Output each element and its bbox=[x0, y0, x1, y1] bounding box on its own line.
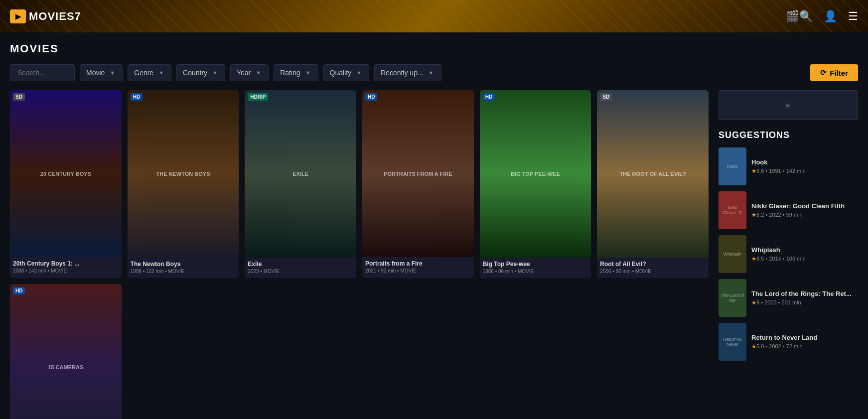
header: ▶ MOVIES7 🎬🔍 👤 ☰ bbox=[0, 0, 868, 32]
page-title: MOVIES bbox=[10, 42, 858, 55]
rating-filter-arrow: ▼ bbox=[305, 70, 311, 76]
movie-card[interactable]: BIG TOP PEE-WEEHDBig Top Pee-wee1988 • 8… bbox=[480, 90, 591, 278]
year-filter-arrow: ▼ bbox=[256, 70, 261, 76]
suggestion-thumb: Nikki Glaser: G bbox=[719, 191, 746, 229]
suggestion-info: Whiplash★8.5 • 2014 • 106 min bbox=[751, 246, 858, 263]
genre-filter[interactable]: Genre ▼ bbox=[128, 64, 171, 81]
quality-filter-arrow: ▼ bbox=[356, 70, 362, 76]
movie-title: Root of All Evil? bbox=[600, 261, 706, 268]
recently-filter-arrow: ▼ bbox=[429, 70, 434, 76]
movie-poster: PORTRAITS FROM A FIREHD bbox=[362, 90, 474, 257]
country-filter[interactable]: Country ▼ bbox=[176, 64, 225, 81]
logo-text: MOVIES7 bbox=[29, 10, 81, 23]
suggestion-rating: ★9 • 2003 • 201 min bbox=[751, 299, 858, 306]
quality-badge: HD bbox=[131, 93, 143, 101]
movie-card[interactable]: THE NEWTON BOYSHDThe Newton Boys1998 • 1… bbox=[128, 90, 239, 278]
movie-info: 20th Century Boys 1: ...2008 • 142 min •… bbox=[10, 257, 122, 278]
movie-poster: THE NEWTON BOYSHD bbox=[128, 90, 239, 258]
suggestion-item[interactable]: Nikki Glaser: GNikki Glaser: Good Clean … bbox=[719, 191, 858, 229]
movie-filter[interactable]: Movie ▼ bbox=[80, 64, 123, 81]
movie-info: The Newton Boys1998 • 122 min • MOVIE bbox=[128, 258, 239, 278]
movie-info: Big Top Pee-wee1988 • 86 min • MOVIE bbox=[480, 258, 591, 278]
movie-grid-row1: 20 CENTURY BOYSSD20th Century Boys 1: ..… bbox=[10, 90, 709, 419]
movie-poster: 20 CENTURY BOYSSD bbox=[10, 90, 122, 257]
movie-title: Exile bbox=[248, 261, 353, 268]
suggestion-name: Nikki Glaser: Good Clean Filth bbox=[751, 202, 858, 211]
suggestion-info: Nikki Glaser: Good Clean Filth★6.2 • 202… bbox=[751, 202, 858, 219]
suggestion-item[interactable]: The Lord of theThe Lord of the Rings: Th… bbox=[719, 279, 858, 317]
suggestion-rating: ★5.8 • 2002 • 72 min bbox=[751, 343, 858, 350]
filter-button[interactable]: ⟳ Filter bbox=[810, 64, 858, 81]
suggestion-name: Return to Never Land bbox=[751, 334, 858, 342]
filter-icon: ⟳ bbox=[820, 68, 827, 77]
suggestions-list: HookHook★6.8 • 1991 • 142 minNikki Glase… bbox=[719, 147, 858, 361]
quality-badge: SD bbox=[13, 93, 25, 101]
user-icon[interactable]: 👤 bbox=[824, 10, 837, 23]
suggestion-thumb: Hook bbox=[719, 147, 746, 185]
quality-filter[interactable]: Quality ▼ bbox=[323, 64, 369, 81]
suggestion-thumb: The Lord of the bbox=[719, 279, 746, 317]
suggestion-thumb: Return to Never bbox=[719, 323, 746, 361]
sidebar: ▶ SUGGESTIONS HookHook★6.8 • 1991 • 142 … bbox=[719, 90, 858, 419]
suggestion-name: Whiplash bbox=[751, 246, 858, 255]
logo-icon: ▶ bbox=[10, 9, 26, 23]
movie-card[interactable]: 20 CENTURY BOYSSD20th Century Boys 1: ..… bbox=[10, 90, 122, 278]
suggestion-rating: ★6.8 • 1991 • 142 min bbox=[751, 168, 858, 174]
main-content: MOVIES Movie ▼ Genre ▼ Country ▼ Year ▼ … bbox=[0, 32, 868, 419]
logo[interactable]: ▶ MOVIES7 bbox=[10, 9, 81, 23]
movie-meta: 2021 • 92 min • MOVIE bbox=[365, 268, 471, 274]
movie-meta: 2008 • 142 min • MOVIE bbox=[13, 268, 119, 274]
rating-filter[interactable]: Rating ▼ bbox=[274, 64, 318, 81]
movie-info: Portraits from a Fire2021 • 92 min • MOV… bbox=[362, 257, 474, 278]
suggestion-item[interactable]: Return to NeverReturn to Never Land★5.8 … bbox=[719, 323, 858, 361]
movie-poster: EXILEHDRIP bbox=[245, 90, 356, 258]
movie-title: 20th Century Boys 1: ... bbox=[13, 260, 119, 267]
movie-poster: 15 CAMERASHD bbox=[10, 284, 122, 419]
quality-badge: HD bbox=[483, 93, 495, 101]
suggestion-item[interactable]: WhiplashWhiplash★8.5 • 2014 • 106 min bbox=[719, 235, 858, 273]
movie-meta: 2006 • 90 min • MOVIE bbox=[600, 269, 706, 274]
quality-badge: HD bbox=[365, 93, 377, 101]
movies-area: 20 CENTURY BOYSSD20th Century Boys 1: ..… bbox=[10, 90, 709, 419]
quality-badge: HDRIP bbox=[248, 93, 268, 101]
suggestion-name: The Lord of the Rings: The Ret... bbox=[751, 290, 858, 298]
movie-card[interactable]: 15 CAMERASHD15 Cameras2023 • 89 min • MO… bbox=[10, 284, 122, 419]
year-filter[interactable]: Year ▼ bbox=[230, 64, 269, 81]
movie-meta: 2023 • MOVIE bbox=[248, 269, 353, 274]
movie-title: The Newton Boys bbox=[131, 261, 236, 268]
genre-filter-arrow: ▼ bbox=[158, 70, 164, 76]
movie-info: Root of All Evil?2006 • 90 min • MOVIE bbox=[597, 258, 709, 278]
quality-badge: HD bbox=[13, 287, 25, 294]
movie-meta: 1998 • 122 min • MOVIE bbox=[131, 269, 236, 274]
movie-poster: THE ROOT OF ALL EVIL?SD bbox=[597, 90, 709, 258]
movie-meta: 1988 • 86 min • MOVIE bbox=[483, 269, 588, 274]
movie-card[interactable]: PORTRAITS FROM A FIREHDPortraits from a … bbox=[362, 90, 474, 278]
search-movie-icon[interactable]: 🎬🔍 bbox=[786, 10, 813, 23]
movie-filter-arrow: ▼ bbox=[110, 70, 115, 76]
country-filter-arrow: ▼ bbox=[212, 70, 218, 76]
suggestion-item[interactable]: HookHook★6.8 • 1991 • 142 min bbox=[719, 147, 858, 185]
header-right: 🎬🔍 👤 ☰ bbox=[786, 10, 858, 23]
suggestion-info: The Lord of the Rings: The Ret...★9 • 20… bbox=[751, 290, 858, 306]
movie-poster: BIG TOP PEE-WEEHD bbox=[480, 90, 591, 258]
filters-bar: Movie ▼ Genre ▼ Country ▼ Year ▼ Rating … bbox=[10, 64, 858, 81]
movie-title: Big Top Pee-wee bbox=[483, 261, 588, 268]
movie-card[interactable]: EXILEHDRIPExile2023 • MOVIE bbox=[245, 90, 356, 278]
search-input[interactable] bbox=[10, 64, 75, 81]
suggestion-name: Hook bbox=[751, 158, 858, 167]
recently-filter[interactable]: Recently up... ▼ bbox=[374, 64, 441, 81]
suggestion-rating: ★6.2 • 2022 • 59 min bbox=[751, 212, 858, 218]
movie-title: Portraits from a Fire bbox=[365, 260, 471, 267]
suggestion-thumb: Whiplash bbox=[719, 235, 746, 273]
movie-card[interactable]: THE ROOT OF ALL EVIL?SDRoot of All Evil?… bbox=[597, 90, 709, 278]
content-layout: 20 CENTURY BOYSSD20th Century Boys 1: ..… bbox=[10, 90, 858, 419]
suggestions-title: SUGGESTIONS bbox=[719, 130, 858, 140]
menu-icon[interactable]: ☰ bbox=[848, 10, 858, 23]
movie-info: Exile2023 • MOVIE bbox=[245, 258, 356, 278]
quality-badge: SD bbox=[600, 93, 612, 101]
suggestion-info: Return to Never Land★5.8 • 2002 • 72 min bbox=[751, 334, 858, 350]
suggestion-rating: ★8.5 • 2014 • 106 min bbox=[751, 256, 858, 262]
suggestion-info: Hook★6.8 • 1991 • 142 min bbox=[751, 158, 858, 175]
ad-placeholder: ▶ bbox=[719, 90, 858, 120]
